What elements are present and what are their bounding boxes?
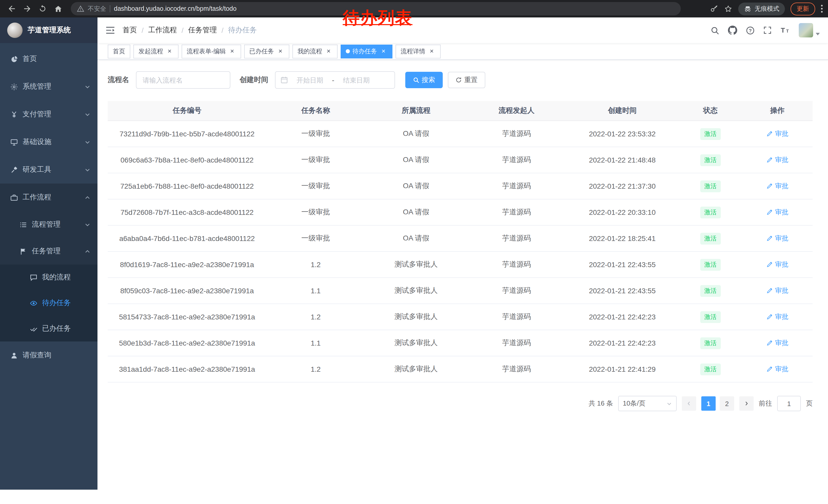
- hamburger-icon[interactable]: [106, 26, 115, 34]
- task-name-cell: 1.2: [266, 356, 365, 382]
- bookmark-star-icon[interactable]: [724, 4, 733, 13]
- avatar[interactable]: [799, 23, 813, 37]
- action-cell: 审批: [742, 356, 813, 382]
- page-button-1[interactable]: 1: [701, 396, 716, 411]
- close-tab-icon[interactable]: ×: [380, 47, 387, 55]
- approve-label: 审批: [775, 365, 788, 374]
- approve-link[interactable]: 审批: [767, 182, 788, 191]
- address-divider: [110, 5, 110, 12]
- github-icon[interactable]: [728, 26, 737, 35]
- close-tab-icon[interactable]: ×: [228, 47, 236, 55]
- reset-button[interactable]: 重置: [448, 72, 485, 88]
- approve-link[interactable]: 审批: [767, 155, 788, 165]
- page-size-select[interactable]: 10条/页: [618, 396, 677, 411]
- task-id-cell: 8f059c03-7ac8-11ec-a9e2-a2380e71991a: [108, 278, 266, 304]
- approve-link[interactable]: 审批: [767, 129, 788, 138]
- sidebar: 芋道管理系统 首页系统管理支付管理基础设施研发工具工作流程流程管理任务管理我的流…: [0, 17, 97, 490]
- sidebar-item-11[interactable]: 请假查询: [0, 341, 97, 369]
- sidebar-item-label: 支付管理: [23, 110, 51, 119]
- approve-link[interactable]: 审批: [767, 208, 788, 217]
- forward-icon[interactable]: [20, 2, 34, 15]
- approve-link[interactable]: 审批: [767, 365, 788, 374]
- kebab-menu-icon[interactable]: [821, 5, 823, 13]
- start-date-input[interactable]: [290, 76, 330, 84]
- task-name-cell: 一级审批: [266, 173, 365, 199]
- key-icon[interactable]: [710, 5, 718, 13]
- sidebar-item-10[interactable]: 已办任务: [0, 316, 97, 341]
- process-cell: OA 请假: [365, 173, 467, 199]
- app-logo[interactable]: 芋道管理系统: [0, 17, 97, 43]
- sidebar-item-2[interactable]: 支付管理: [0, 100, 97, 128]
- tab-4[interactable]: 我的流程×: [292, 44, 338, 58]
- page-button-2[interactable]: 2: [720, 396, 734, 411]
- tab-label: 流程表单-编辑: [187, 47, 226, 56]
- initiator-cell: 芋道源码: [467, 225, 566, 251]
- top-navbar: 首页/工作流程/任务管理/待办任务 ?TT: [97, 17, 828, 43]
- table-row: a6aba0a4-7b6d-11ec-b781-acde48001122一级审批…: [108, 225, 813, 251]
- close-tab-icon[interactable]: ×: [166, 47, 173, 55]
- approve-link[interactable]: 审批: [767, 338, 788, 348]
- close-tab-icon[interactable]: ×: [325, 47, 332, 55]
- search-icon[interactable]: [710, 26, 719, 35]
- reload-icon[interactable]: [36, 2, 49, 15]
- edit-icon: [767, 209, 773, 216]
- tab-5[interactable]: 待办任务×: [341, 44, 392, 58]
- sidebar-item-1[interactable]: 系统管理: [0, 73, 97, 100]
- approve-link[interactable]: 审批: [767, 260, 788, 269]
- status-badge: 激活: [700, 337, 720, 349]
- logo-image: [7, 22, 23, 38]
- calendar-icon: [281, 77, 288, 84]
- breadcrumb-item[interactable]: 首页: [123, 26, 137, 35]
- tab-2[interactable]: 流程表单-编辑×: [181, 44, 241, 58]
- close-tab-icon[interactable]: ×: [428, 47, 436, 55]
- sidebar-item-9[interactable]: 待办任务: [0, 290, 97, 316]
- home-icon[interactable]: [51, 2, 65, 15]
- approve-link[interactable]: 审批: [767, 234, 788, 243]
- tab-3[interactable]: 已办任务×: [244, 44, 289, 58]
- fullscreen-icon[interactable]: [763, 26, 772, 34]
- end-date-input[interactable]: [336, 76, 376, 84]
- close-tab-icon[interactable]: ×: [277, 47, 284, 55]
- user-menu[interactable]: [799, 23, 820, 37]
- tab-6[interactable]: 流程详情×: [396, 44, 441, 58]
- question-icon[interactable]: ?: [746, 26, 755, 35]
- app-frame: 芋道管理系统 首页系统管理支付管理基础设施研发工具工作流程流程管理任务管理我的流…: [0, 17, 828, 504]
- chrome-right-controls: 无痕模式 更新: [710, 2, 823, 15]
- sidebar-item-5[interactable]: 工作流程: [0, 184, 97, 211]
- font-size-icon[interactable]: TT: [780, 26, 790, 34]
- tab-0[interactable]: 首页: [108, 44, 130, 58]
- chevron-down-icon: [85, 111, 90, 117]
- search-button[interactable]: 搜索: [405, 72, 443, 88]
- approve-link[interactable]: 审批: [767, 286, 788, 295]
- process-name-input[interactable]: [136, 71, 230, 89]
- goto-page-input[interactable]: [777, 396, 801, 411]
- next-page-button[interactable]: [739, 396, 754, 411]
- sidebar-item-0[interactable]: 首页: [0, 45, 97, 73]
- approve-link[interactable]: 审批: [767, 312, 788, 321]
- tab-1[interactable]: 发起流程×: [133, 44, 178, 58]
- approve-label: 审批: [775, 129, 788, 138]
- prev-page-button[interactable]: [682, 396, 696, 411]
- sidebar-item-4[interactable]: 研发工具: [0, 156, 97, 184]
- sidebar-item-8[interactable]: 我的流程: [0, 265, 97, 290]
- sidebar-item-label: 已办任务: [42, 324, 71, 333]
- date-range-picker[interactable]: -: [275, 71, 395, 89]
- action-cell: 审批: [742, 304, 813, 330]
- update-button[interactable]: 更新: [791, 2, 815, 15]
- back-icon[interactable]: [5, 2, 18, 15]
- create-time-cell: 2022-01-21 22:42:23: [566, 304, 679, 330]
- active-tab-dot: [346, 49, 350, 53]
- breadcrumb-item[interactable]: 工作流程: [148, 26, 177, 35]
- table-row: 73211d9d-7b9b-11ec-b5b7-acde48001122一级审批…: [108, 121, 813, 147]
- status-badge: 激活: [700, 207, 720, 218]
- column-header-6: 操作: [742, 101, 813, 121]
- column-header-2: 所属流程: [365, 101, 467, 121]
- breadcrumb-item[interactable]: 任务管理: [188, 26, 217, 35]
- create-time-cell: 2022-01-21 22:43:55: [566, 278, 679, 304]
- status-badge: 激活: [700, 311, 720, 323]
- sidebar-item-7[interactable]: 任务管理: [0, 238, 97, 265]
- filter-row: 流程名 创建时间 - 搜索 重置: [108, 71, 813, 89]
- table-row: 8f0d1619-7ac8-11ec-a9e2-a2380e71991a1.2测…: [108, 251, 813, 278]
- sidebar-item-3[interactable]: 基础设施: [0, 128, 97, 156]
- sidebar-item-6[interactable]: 流程管理: [0, 211, 97, 238]
